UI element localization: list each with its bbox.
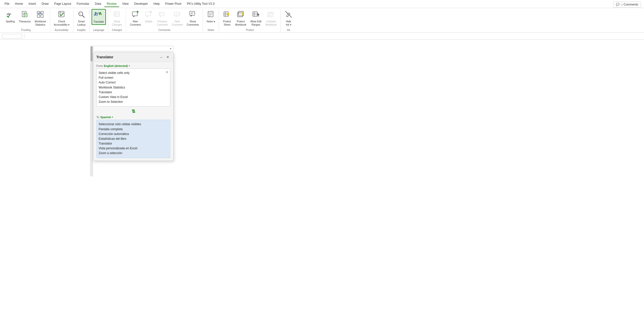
ribbon-group-notes: Notes ▾ Notes (203, 9, 219, 32)
notes-group-label: Notes (205, 28, 217, 31)
main-area: ▾ Translator – ✕ From English (detected)… (0, 40, 644, 324)
notes-button[interactable]: Notes ▾ (205, 9, 217, 24)
translator-dropdown-bar[interactable]: ▾ (93, 46, 174, 51)
source-text-content: Select visible cells only Full screen Au… (99, 71, 168, 104)
swap-languages-container: ⇅ (96, 109, 170, 114)
menu-power-pivot[interactable]: Power Pivot (163, 1, 184, 7)
thesaurus-button[interactable]: Thesaurus (17, 9, 32, 24)
accessibility-group-label: Accessibility (52, 28, 71, 31)
svg-rect-5 (24, 13, 27, 17)
to-language-selector[interactable]: Spanish (100, 116, 111, 119)
protect-workbook-icon (237, 10, 245, 19)
check-accessibility-label: CheckAccessibility ▾ (54, 20, 69, 26)
language-buttons: あ A Translate (92, 9, 106, 28)
previous-comment-label: PreviousComment (157, 20, 168, 26)
unshare-workbook-label: UnshareWorkbook (265, 20, 277, 26)
to-language-arrow: ▾ (112, 116, 113, 118)
show-comments-button[interactable]: ShowComments (185, 9, 200, 28)
ribbon-groups: abc Spelling (2, 9, 642, 32)
hide-ink-button[interactable]: HideInk ▾ (283, 9, 294, 28)
destination-textbox: Seleccionar sólo celdas visibles Pantall… (96, 120, 170, 158)
translator-close-button[interactable]: ✕ (165, 55, 170, 60)
formula-bar (0, 33, 644, 40)
next-comment-icon (173, 10, 181, 19)
new-comment-button[interactable]: NewComment (128, 9, 142, 28)
translator-minimize-button[interactable]: – (159, 55, 163, 60)
spelling-icon: abc (6, 10, 14, 19)
show-changes-label: ShowChanges (112, 20, 122, 26)
svg-rect-36 (174, 12, 179, 16)
dropdown-arrow-icon: ▾ (170, 47, 171, 50)
menu-insert[interactable]: Insert (26, 1, 38, 7)
menu-page-layout[interactable]: Page Layout (52, 1, 73, 7)
comments-button[interactable]: 💬 □ Comments (613, 2, 641, 8)
swap-icon[interactable]: ⇅ (132, 109, 135, 114)
ribbon-group-ink: HideInk ▾ Ink (281, 9, 296, 32)
unshare-workbook-button[interactable]: UnshareWorkbook (264, 9, 278, 28)
source-textbox[interactable]: Select visible cells only Full screen Au… (96, 68, 170, 107)
allow-edit-ranges-button[interactable]: Allow EditRanges (249, 9, 263, 28)
changes-buttons: ShowChanges (110, 9, 124, 28)
allow-edit-ranges-icon (252, 10, 260, 19)
source-clear-button[interactable]: ✕ (166, 70, 169, 74)
previous-comment-button[interactable]: PreviousComment (155, 9, 169, 28)
menu-file[interactable]: File (2, 1, 12, 7)
menu-data[interactable]: Data (92, 1, 104, 7)
translator-header: Translator – ✕ (93, 53, 173, 62)
smart-lookup-icon: i (77, 10, 85, 19)
translator-scrollbar[interactable] (90, 46, 93, 176)
insights-group-label: Insights (75, 28, 87, 31)
show-changes-button[interactable]: ShowChanges (110, 9, 124, 28)
proofing-group-label: Proofing (4, 28, 48, 31)
menu-developer[interactable]: Developer (132, 1, 150, 7)
svg-rect-55 (242, 14, 243, 15)
menu-help[interactable]: Help (151, 1, 162, 7)
next-comment-button[interactable]: NextComment (170, 9, 184, 28)
spelling-button[interactable]: abc Spelling (4, 9, 17, 24)
protect-sheet-button[interactable]: ProtectSheet (221, 9, 233, 28)
workbook-statistics-icon: 123 (36, 10, 44, 19)
translate-button[interactable]: あ A Translate (92, 9, 106, 25)
from-language-selector[interactable]: English (detected) (104, 64, 128, 67)
menu-draw[interactable]: Draw (39, 1, 51, 7)
check-accessibility-button[interactable]: CheckAccessibility ▾ (52, 9, 71, 28)
workbook-statistics-label: WorkbookStatistics (35, 20, 46, 26)
menu-review[interactable]: Review (104, 1, 119, 7)
svg-rect-38 (190, 11, 195, 15)
workbook-statistics-button[interactable]: 123 WorkbookStatistics (33, 9, 48, 28)
svg-line-32 (150, 11, 151, 13)
protect-sheet-icon (223, 10, 231, 19)
proofing-buttons: abc Spelling (4, 9, 48, 28)
thesaurus-icon (21, 10, 29, 19)
translator-controls: – ✕ (159, 55, 170, 60)
menu-pk-utility[interactable]: PK's Utility Tool V2.0 (184, 1, 217, 7)
changes-group-label: Changes (110, 28, 124, 31)
destination-text-content: Seleccionar sólo celdas visibles Pantall… (99, 122, 168, 156)
protect-workbook-button[interactable]: ProtectWorkbook (233, 9, 248, 28)
svg-marker-27 (133, 16, 135, 17)
svg-rect-53 (238, 11, 244, 16)
svg-line-33 (150, 11, 151, 13)
ribbon-group-insights: i SmartLookup Insights (73, 9, 90, 32)
ribbon: abc Spelling (0, 8, 644, 33)
svg-marker-31 (147, 16, 148, 17)
spelling-label: Spelling (6, 20, 15, 23)
cell-ref-input[interactable] (2, 34, 22, 38)
comments-buttons: NewComment Delete (128, 9, 200, 28)
menu-home[interactable]: Home (12, 1, 25, 7)
delete-button[interactable]: Delete (143, 9, 154, 24)
comments-label: □ Comments (621, 3, 638, 6)
menu-formulas[interactable]: Formulas (74, 1, 92, 7)
check-accessibility-icon (58, 10, 66, 19)
formula-input[interactable] (26, 34, 642, 38)
show-comments-icon (189, 10, 197, 19)
protect-workbook-label: ProtectWorkbook (235, 20, 246, 26)
language-group-label: Language (92, 28, 106, 31)
ribbon-group-accessibility: CheckAccessibility ▾ Accessibility (50, 9, 73, 32)
to-text: To (96, 116, 99, 119)
protect-group-label: Protect (221, 28, 278, 31)
smart-lookup-button[interactable]: i SmartLookup (75, 9, 87, 28)
from-language-label: From English (detected) ▾ (96, 64, 170, 67)
menu-view[interactable]: View (120, 1, 131, 7)
svg-text:123: 123 (38, 12, 42, 15)
